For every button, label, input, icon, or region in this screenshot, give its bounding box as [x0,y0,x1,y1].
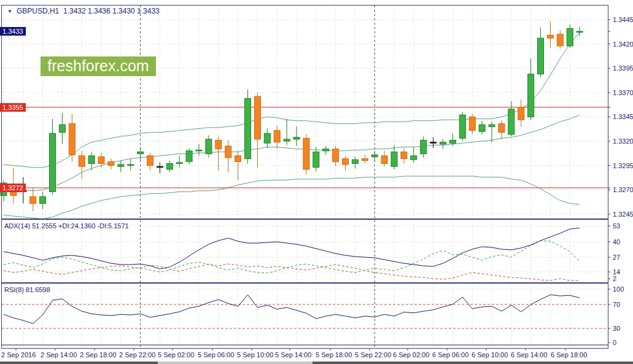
candle [69,124,75,155]
adx-axis-label: 53 [613,222,620,230]
time-axis-label: 6 Sep 10:00 [472,351,508,358]
candle [333,149,339,162]
price-axis-label: 1.3245 [613,211,633,218]
rsi-line [4,295,580,323]
candle [284,139,290,141]
time-axis-label: 5 Sep 02:00 [158,351,194,358]
time-axis-label: 6 Sep 14:00 [511,351,547,358]
candle [440,142,446,144]
adx-axis-label: 40 [613,238,620,246]
day-separators [141,6,375,347]
candle [459,115,465,138]
candle [98,157,104,163]
price-level-badge: 1.3355 [0,103,26,112]
candle [362,159,368,161]
rsi-axis-label: 70 [613,301,620,308]
candle [79,156,85,166]
price-axis-label: 1.3320 [613,137,633,145]
candle [352,160,358,163]
candle [138,152,144,153]
time-axis-label: 2 Sep 14:00 [41,351,77,358]
candle [577,31,583,33]
candle [391,152,397,166]
band-upper [4,33,580,168]
candle [430,142,437,144]
adx-axis-label: 27 [613,254,620,261]
candle [449,140,456,143]
price-axis-label: 1.3370 [613,89,633,96]
adx-axis-label: 2 [613,275,616,282]
candle [421,140,427,153]
candle [499,124,505,133]
candle [40,196,46,203]
candle [176,163,182,164]
time-axis-label: 6 Sep 18:00 [551,351,587,358]
adx-panel-lines [4,228,580,281]
price-axis-label: 1.3445 [613,16,633,23]
mt4-chart-window: ▼GBPUSD,H1 1.3432 1.3436 1.3430 1.3433 f… [0,0,633,364]
candle [196,150,202,151]
candle [303,138,309,169]
candle [157,166,163,168]
candle [30,196,36,203]
candle [567,28,573,46]
candle [508,109,515,134]
candle [401,152,407,158]
candle [166,163,173,169]
time-axis-label: 2 Sep 18:00 [80,351,116,358]
candle [206,139,212,154]
candle [118,165,124,166]
candle [50,133,56,192]
symbol-title: GBPUSD,H1 [17,7,59,15]
candle [274,131,280,142]
current-price-badge: 1.3433 [0,27,26,36]
price-axis-label: 1.3395 [613,64,633,72]
time-axis-label: 2 Sep 22:00 [119,351,155,358]
candle [225,146,231,158]
horizontal-scrollbar-thumb[interactable] [158,362,313,364]
candle [88,156,95,164]
candle [216,140,222,149]
candle [411,156,417,160]
candle [547,35,553,38]
candle [254,96,260,139]
candle [108,161,114,165]
time-axis-label: 5 Sep 22:00 [355,351,391,358]
time-axis-label: 5 Sep 18:00 [316,351,352,358]
candle [245,98,251,158]
candle [371,155,378,157]
candle [557,34,563,46]
window-bottom-frame [0,362,633,364]
freshforex-watermark: freshforex.com [41,56,156,76]
candle [293,137,300,139]
candle [323,149,329,151]
symbol-quotes: 1.3432 1.3436 1.3430 1.3433 [63,7,160,15]
time-axis-label: 6 Sep 02:00 [393,351,429,358]
candle [186,151,192,161]
adx-line [4,228,580,269]
candle [528,74,534,117]
candle [518,107,524,120]
time-axis-label: 5 Sep 10:00 [237,351,273,358]
time-axis-label: 5 Sep 06:00 [198,351,234,358]
price-axis-label: 1.3295 [613,162,633,169]
candle [235,156,241,161]
candlesticks [1,21,583,211]
time-axis-label: 6 Sep 06:00 [432,351,468,358]
symbol-dropdown-icon[interactable]: ▼ [7,9,12,14]
rsi-axis-label: 30 [613,325,620,332]
rsi-panel-lines [2,295,608,345]
time-axis-label: 5 Sep 14:00 [275,351,311,358]
candle [381,156,387,164]
symbol-header: ▼GBPUSD,H1 1.3432 1.3436 1.3430 1.3433 [7,7,160,15]
rsi-axis-label: 0 [613,339,616,346]
rsi-axis-label: 100 [613,285,624,293]
candle [489,125,495,126]
rsi-indicator-label: RSI(8) 81.6598 [4,286,50,293]
time-axis-label: 2 Sep 2016 [1,351,36,358]
candle [479,125,485,131]
band-lower [4,176,580,219]
candle [264,133,270,143]
chart-canvas[interactable] [0,0,633,364]
adx-indicator-label: ADX(14) 51.2555 +DI:24.1360 -DI:5.1571 [4,222,129,230]
